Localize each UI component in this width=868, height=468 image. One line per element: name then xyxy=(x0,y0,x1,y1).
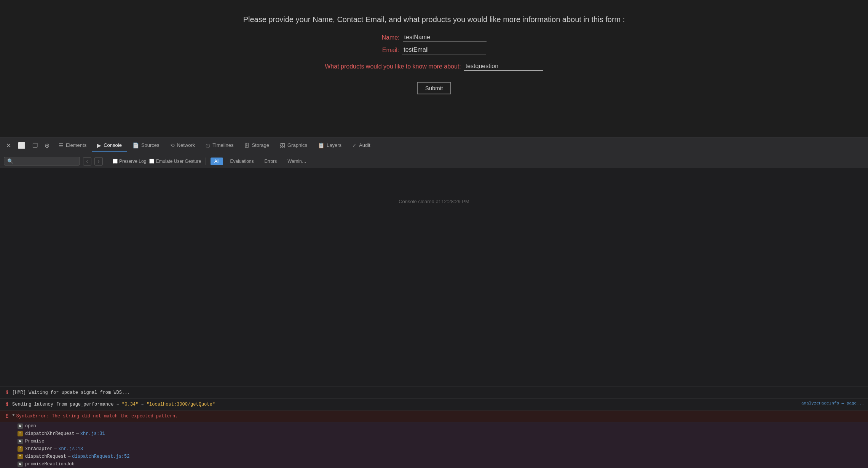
name-input[interactable] xyxy=(403,33,487,42)
stack-dispatch-xhr-text: dispatchXhrRequest xyxy=(25,431,75,436)
products-row: What products would you like to know mor… xyxy=(325,62,543,71)
stack-promise-text: Promise xyxy=(25,439,44,444)
next-result-button[interactable]: › xyxy=(94,157,103,166)
syntax-error-message: ℰ ▼ SyntaxError: The string did not matc… xyxy=(0,411,868,422)
name-label: Name: xyxy=(381,34,399,41)
error-icon: ℰ xyxy=(4,413,10,419)
console-filter-bar: 🔍 ‹ › Preserve Log Emulate User Gesture … xyxy=(0,154,868,168)
stack-dispatch-request-link[interactable]: dispatchRequest.js:52 xyxy=(72,454,129,459)
tab-graphics-label: Graphics xyxy=(287,142,307,148)
emulate-gesture-checkbox[interactable]: Emulate User Gesture xyxy=(149,159,201,164)
email-row: Email: xyxy=(382,46,486,54)
hmr-text: [HMR] Waiting for update signal from WDS… xyxy=(12,389,864,396)
hmr-message: ℹ [HMR] Waiting for update signal from W… xyxy=(0,387,868,399)
audit-icon: ✓ xyxy=(352,142,357,148)
filter-evaluations-button[interactable]: Evaluations xyxy=(226,158,257,165)
preserve-log-checkbox[interactable]: Preserve Log xyxy=(113,159,146,164)
tab-storage-label: Storage xyxy=(252,142,269,148)
preserve-log-input[interactable] xyxy=(113,159,118,164)
page-content: Please provide your Name, Contact Email,… xyxy=(0,0,868,137)
sources-icon: 📄 xyxy=(132,142,139,148)
tab-sources[interactable]: 📄 Sources xyxy=(127,139,165,152)
timelines-icon: ◷ xyxy=(206,142,210,148)
search-wrapper: 🔍 xyxy=(4,157,80,166)
tab-timelines[interactable]: ◷ Timelines xyxy=(200,139,239,152)
filter-all-button[interactable]: All xyxy=(211,158,223,165)
layers-icon: 📋 xyxy=(318,142,324,148)
submit-button[interactable]: Submit xyxy=(417,82,451,94)
console-cleared-message: Console cleared at 12:28:29 PM xyxy=(0,168,868,212)
emulate-gesture-input[interactable] xyxy=(149,159,154,164)
stack-f-icon-dispatch-request: f xyxy=(18,454,23,459)
expand-arrow[interactable]: ▼ xyxy=(12,413,15,417)
stack-separator-2: — xyxy=(54,446,57,452)
console-output: Console cleared at 12:28:29 PM ℹ [HMR] W… xyxy=(0,168,868,468)
tab-layers-label: Layers xyxy=(327,142,341,148)
stack-n-icon-open: N xyxy=(18,423,23,429)
filter-errors-button[interactable]: Errors xyxy=(260,158,281,165)
tab-layers[interactable]: 📋 Layers xyxy=(313,139,347,152)
tab-timelines-label: Timelines xyxy=(212,142,233,148)
stack-dispatch-request: f dispatchRequest — dispatchRequest.js:5… xyxy=(0,453,868,460)
tab-graphics[interactable]: 🖼 Graphics xyxy=(274,139,313,152)
tab-storage[interactable]: 🗄 Storage xyxy=(239,139,274,152)
tab-elements-label: Elements xyxy=(66,142,86,148)
tab-network-label: Network xyxy=(177,142,195,148)
stack-promise: N Promise xyxy=(0,438,868,445)
prev-result-button[interactable]: ‹ xyxy=(83,157,91,166)
tab-console[interactable]: ▶ Console xyxy=(92,139,127,152)
console-search-input[interactable] xyxy=(16,158,69,164)
email-input[interactable] xyxy=(402,46,486,54)
stack-xhr-adapter-text: xhrAdapter xyxy=(25,446,53,452)
search-icon: 🔍 xyxy=(7,158,13,164)
tab-audit-label: Audit xyxy=(359,142,370,148)
latency-value: "0.34" xyxy=(122,402,138,407)
tab-network[interactable]: ⟲ Network xyxy=(165,139,201,152)
latency-text: Sending latency from page_performance – … xyxy=(12,401,798,408)
stack-n-icon-promise: N xyxy=(18,439,23,444)
name-row: Name: xyxy=(381,33,486,42)
products-label: What products would you like to know mor… xyxy=(325,63,461,70)
stack-separator-1: — xyxy=(76,431,79,436)
devtools-toolbar: ✕ ⬜ ❐ ⊕ ☰ Elements ▶ Console 📄 Sources ⟲… xyxy=(0,137,868,154)
stack-xhr-adapter: f xhrAdapter — xhr.js:13 xyxy=(0,445,868,453)
preserve-log-label: Preserve Log xyxy=(119,159,146,164)
console-log-area: Console cleared at 12:28:29 PM xyxy=(0,168,868,387)
inspect-button[interactable]: ⊕ xyxy=(41,140,53,151)
elements-icon: ☰ xyxy=(59,142,64,148)
latency-icon: ℹ xyxy=(4,401,10,408)
email-label: Email: xyxy=(382,47,399,54)
stack-promise-reaction: N promiseReactionJob xyxy=(0,460,868,468)
stack-dispatch-xhr: f dispatchXhrRequest — xhr.js:31 xyxy=(0,430,868,438)
page-description: Please provide your Name, Contact Email,… xyxy=(243,15,625,24)
console-messages: ℹ [HMR] Waiting for update signal from W… xyxy=(0,387,868,468)
network-icon: ⟲ xyxy=(170,142,175,148)
undock-button[interactable]: ❐ xyxy=(29,140,41,151)
stack-separator-3: — xyxy=(68,454,70,459)
latency-source[interactable]: analyzePageInfo — page... xyxy=(798,401,864,406)
dock-button[interactable]: ⬜ xyxy=(15,140,29,151)
hmr-icon: ℹ xyxy=(4,390,10,396)
storage-icon: 🗄 xyxy=(244,142,249,148)
stack-dispatch-request-text: dispatchRequest xyxy=(25,454,66,459)
stack-xhr-link[interactable]: xhr.js:31 xyxy=(80,431,105,436)
stack-xhr13-link[interactable]: xhr.js:13 xyxy=(58,446,83,452)
latency-url: "localhost:3000/getQuote" xyxy=(147,402,215,407)
filter-separator xyxy=(206,158,206,165)
filter-warnings-button[interactable]: Warnin… xyxy=(284,158,310,165)
stack-f-icon-dispatch-xhr: f xyxy=(18,431,23,436)
stack-f-icon-xhr-adapter: f xyxy=(18,446,23,452)
emulate-gesture-label: Emulate User Gesture xyxy=(156,159,201,164)
tab-audit[interactable]: ✓ Audit xyxy=(347,139,376,152)
close-devtools-button[interactable]: ✕ xyxy=(3,140,14,151)
graphics-icon: 🖼 xyxy=(280,142,285,148)
stack-open-text: open xyxy=(25,423,36,429)
tab-elements[interactable]: ☰ Elements xyxy=(53,139,92,152)
products-input[interactable] xyxy=(464,62,543,71)
tab-console-label: Console xyxy=(104,142,122,148)
tab-sources-label: Sources xyxy=(141,142,160,148)
stack-promise-reaction-text: promiseReactionJob xyxy=(25,462,75,467)
stack-open: N open xyxy=(0,422,868,430)
latency-message: ℹ Sending latency from page_performance … xyxy=(0,399,868,411)
syntax-error-text: SyntaxError: The string did not match th… xyxy=(16,413,864,420)
